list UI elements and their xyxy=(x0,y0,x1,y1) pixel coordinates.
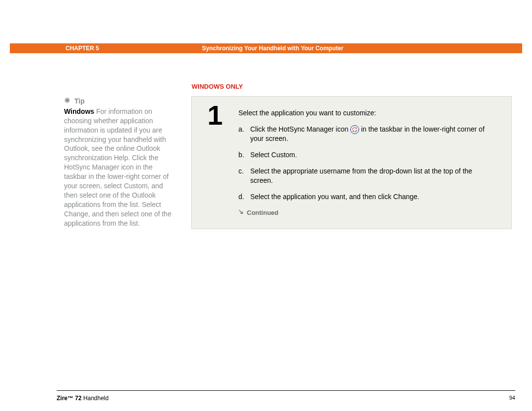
step-c-label: c. xyxy=(238,167,250,185)
tip-sidebar: Tip Windows For information on choosing … xyxy=(64,97,176,228)
tip-bold: Windows xyxy=(64,107,94,115)
continued-label: Continued xyxy=(247,208,278,217)
step-a: a. Click the HotSync Manager icon in the… xyxy=(238,125,497,143)
arrow-down-right-icon xyxy=(238,208,244,217)
step-intro: Select the application you want to custo… xyxy=(238,108,497,118)
step-content: Select the application you want to custo… xyxy=(238,97,511,229)
step-c: c. Select the appropriate username from … xyxy=(238,167,497,185)
chapter-title: Synchronizing Your Handheld with Your Co… xyxy=(202,44,343,52)
chapter-header-bar: CHAPTER 5 Synchronizing Your Handheld wi… xyxy=(10,43,522,53)
step-a-text: Click the HotSync Manager icon in the ta… xyxy=(250,125,497,143)
section-label: WINDOWS ONLY xyxy=(192,82,243,91)
asterisk-icon xyxy=(64,97,70,106)
footer-rest: Handheld xyxy=(82,395,109,402)
footer-brand: Zire™ 72 xyxy=(57,395,82,402)
step-box: 1 Select the application you want to cus… xyxy=(191,96,512,229)
document-page: CHAPTER 5 Synchronizing Your Handheld wi… xyxy=(0,0,532,411)
footer-left: Zire™ 72 Handheld xyxy=(57,394,108,402)
page-number: 94 xyxy=(509,394,515,402)
step-b-label: b. xyxy=(238,150,250,160)
step-inner: 1 Select the application you want to cus… xyxy=(192,97,511,229)
tip-text: For information on choosing whether appl… xyxy=(64,107,171,227)
step-d-text: Select the application you want, and the… xyxy=(250,192,497,202)
step-b-text: Select Custom. xyxy=(250,150,497,160)
tip-body: Windows For information on choosing whet… xyxy=(64,107,176,228)
footer-divider xyxy=(57,390,515,391)
step-a-label: a. xyxy=(238,125,250,143)
step-c-text: Select the appropriate username from the… xyxy=(250,167,497,185)
step-d: d. Select the application you want, and … xyxy=(238,192,497,202)
step-a-pre: Click the HotSync Manager icon xyxy=(250,125,350,133)
step-number: 1 xyxy=(192,97,238,229)
chapter-label: CHAPTER 5 xyxy=(66,44,99,52)
tip-heading: Tip xyxy=(64,97,176,106)
hotsync-icon xyxy=(350,125,359,134)
tip-label: Tip xyxy=(74,97,85,106)
step-d-label: d. xyxy=(238,192,250,202)
continued-row: Continued xyxy=(238,208,497,217)
step-b: b. Select Custom. xyxy=(238,150,497,160)
